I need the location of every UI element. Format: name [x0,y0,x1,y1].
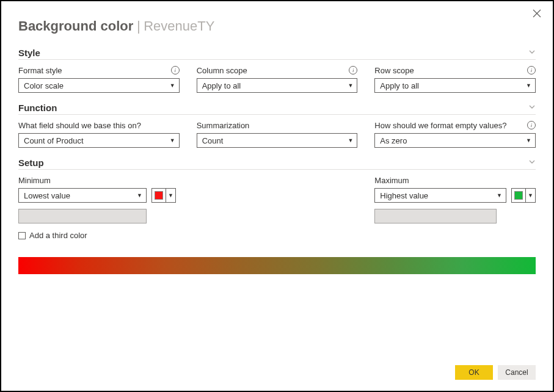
minimum-color-picker[interactable]: ▼ [151,188,176,203]
swatch-color [514,191,523,200]
ok-button[interactable]: OK [455,365,493,380]
dialog-header: Background color | RevenueTY [18,18,536,34]
caret-down-icon: ▼ [137,192,142,198]
function-section: Function What field should we base this … [18,103,536,148]
row-scope-field: Row scope i Apply to all ▼ [374,65,536,93]
chevron-down-icon [528,158,536,167]
format-style-select[interactable]: Color scale ▼ [18,78,180,93]
base-field-label: What field should we base this on? [18,121,141,130]
summarization-label: Summarization [197,121,250,130]
caret-down-icon: ▼ [348,137,353,143]
caret-down-icon: ▼ [497,192,502,198]
title-divider: | [137,18,140,34]
caret-down-icon: ▼ [166,189,175,202]
setup-section-title: Setup [18,158,44,168]
chevron-down-icon [528,103,536,112]
info-icon[interactable]: i [349,66,357,74]
style-section-title: Style [18,48,40,58]
minimum-value-input [18,209,147,223]
summarization-field: Summarization Count ▼ [197,120,358,148]
style-section-header[interactable]: Style [18,48,536,60]
caret-down-icon: ▼ [170,82,175,89]
close-button[interactable] [531,9,543,21]
empty-values-select[interactable]: As zero ▼ [374,133,536,148]
dialog-footer: OK Cancel [455,365,536,380]
caret-down-icon: ▼ [348,82,353,89]
summarization-value: Count [202,136,224,145]
minimum-label: Minimum [18,176,51,185]
maximum-value-input [374,209,497,223]
base-field-value: Count of Product [24,136,84,145]
column-scope-field: Column scope i Apply to all ▼ [197,65,358,93]
add-third-color-label: Add a third color [29,231,87,240]
maximum-select[interactable]: Highest value ▼ [374,188,506,203]
caret-down-icon: ▼ [525,189,535,202]
row-scope-value: Apply to all [380,81,419,90]
maximum-label: Maximum [374,176,409,185]
color-swatch [512,189,525,202]
caret-down-icon: ▼ [170,137,175,143]
empty-values-label: How should we format empty values? [374,121,506,130]
base-field-select[interactable]: Count of Product ▼ [18,133,180,148]
setup-section-header[interactable]: Setup [18,158,536,170]
info-icon[interactable]: i [527,66,536,74]
dialog-context: RevenueTY [144,18,214,34]
row-scope-label: Row scope [374,66,414,75]
gradient-preview [18,257,536,274]
format-style-value: Color scale [24,81,64,90]
maximum-color-picker[interactable]: ▼ [511,188,536,203]
empty-values-field: How should we format empty values? i As … [374,120,536,148]
maximum-field: Maximum Highest value ▼ ▼ [374,175,536,223]
column-scope-select[interactable]: Apply to all ▼ [197,78,358,93]
add-third-color-checkbox[interactable]: Add a third color [18,231,536,240]
base-field-field: What field should we base this on? Count… [18,120,180,148]
swatch-color [155,191,163,200]
column-scope-value: Apply to all [202,81,241,90]
row-scope-select[interactable]: Apply to all ▼ [374,78,536,93]
column-scope-label: Column scope [197,66,247,75]
format-style-label: Format style [18,66,62,75]
format-style-field: Format style i Color scale ▼ [18,65,180,93]
style-section: Style Format style i Color scale ▼ Colum… [18,48,536,93]
minimum-field: Minimum Lowest value ▼ ▼ [18,175,180,223]
dialog-title: Background color [18,18,133,34]
minimum-select[interactable]: Lowest value ▼ [18,188,147,203]
minimum-value: Lowest value [24,191,70,200]
chevron-down-icon [528,48,536,57]
info-icon[interactable]: i [171,66,180,74]
cancel-button[interactable]: Cancel [498,365,536,380]
function-section-header[interactable]: Function [18,103,536,115]
setup-section: Setup Minimum Lowest value ▼ ▼ [18,158,536,274]
summarization-select[interactable]: Count ▼ [197,133,358,148]
caret-down-icon: ▼ [526,137,531,143]
checkbox-icon [18,232,26,239]
caret-down-icon: ▼ [526,82,531,89]
info-icon[interactable]: i [527,121,536,129]
maximum-value: Highest value [380,191,428,200]
color-swatch [152,189,166,202]
close-icon [533,9,541,18]
empty-values-value: As zero [380,136,407,145]
function-section-title: Function [18,103,57,113]
